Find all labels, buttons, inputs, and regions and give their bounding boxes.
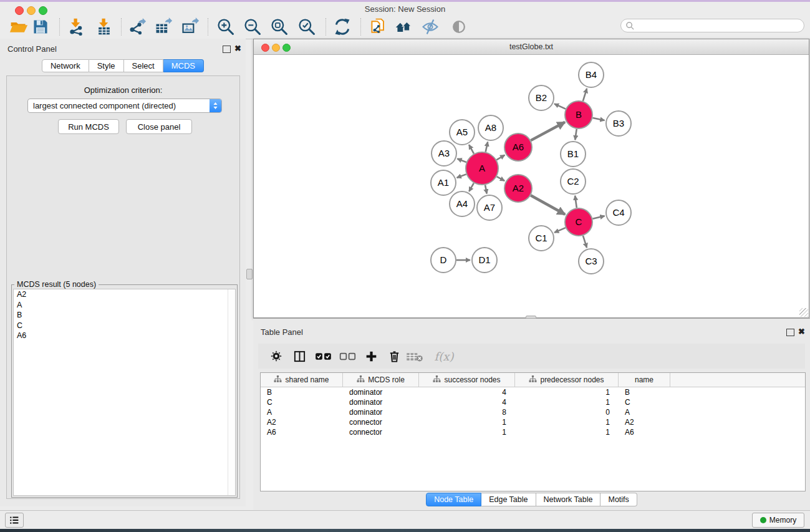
graph-edge-A-A7[interactable] (485, 185, 487, 194)
graph-edge-B-B3[interactable] (592, 118, 604, 120)
graph-edge-B-B4[interactable] (583, 89, 587, 101)
graph-edge-A-A6[interactable] (496, 155, 504, 160)
table-cell[interactable]: 0 (515, 408, 619, 417)
table-cell[interactable]: connector (343, 418, 419, 427)
mcds-result-item[interactable]: A (14, 300, 235, 311)
graph-edge-A-A8[interactable] (486, 142, 488, 152)
scrollbar-track[interactable] (228, 289, 235, 495)
graph-edge-A-A5[interactable] (469, 145, 474, 153)
hide-selected-button[interactable] (420, 17, 441, 37)
mcds-result-item[interactable]: C (14, 321, 235, 331)
graph-node-A[interactable]: A (466, 152, 498, 185)
table-cell[interactable]: 1 (515, 428, 619, 437)
graph-node-A8[interactable]: A8 (478, 115, 503, 140)
table-row[interactable]: Adominator80A (261, 407, 805, 417)
graph-edge-A6-B[interactable] (531, 122, 565, 140)
open-file-button[interactable] (8, 17, 29, 37)
graph-node-B4[interactable]: B4 (579, 62, 604, 87)
network-canvas[interactable]: AA1A2A3A4A5A6A7A8BB1B2B3B4CC1C2C3C4DD1 (254, 55, 809, 317)
graph-edge-C-C2[interactable] (575, 196, 577, 208)
table-cell[interactable]: 1 (515, 418, 619, 427)
float-panel-icon[interactable] (223, 46, 231, 53)
mcds-result-item[interactable]: A2 (14, 289, 235, 300)
graph-edge-C-C1[interactable] (554, 228, 566, 233)
zoom-fit-button[interactable] (269, 17, 290, 37)
select-all-button[interactable] (314, 347, 334, 365)
table-cell[interactable]: A2 (619, 418, 670, 427)
table-cell[interactable]: 8 (419, 408, 515, 417)
table-cell[interactable]: C (619, 398, 670, 407)
export-table-button[interactable] (153, 17, 174, 37)
graph-node-C1[interactable]: C1 (529, 226, 554, 251)
tab-network-table[interactable]: Network Table (536, 493, 601, 506)
new-network-from-selection-button[interactable] (368, 17, 389, 37)
graph-edge-B-B2[interactable] (554, 104, 566, 109)
tab-select[interactable]: Select (124, 59, 163, 72)
show-columns-button[interactable] (290, 347, 309, 365)
window-resize-grip[interactable] (799, 308, 808, 317)
optimization-criterion-select[interactable]: largest connected component (directed) (27, 99, 222, 113)
table-row[interactable]: Cdominator41C (261, 397, 805, 407)
task-history-button[interactable] (5, 513, 24, 528)
graph-node-D1[interactable]: D1 (472, 248, 497, 273)
graph-edge-C-C4[interactable] (592, 216, 604, 219)
graph-edge-A2-C[interactable] (531, 195, 565, 215)
table-cell[interactable]: A6 (619, 428, 670, 437)
delete-table-button[interactable] (405, 347, 425, 365)
graph-node-B[interactable]: B (565, 101, 592, 128)
graph-node-B2[interactable]: B2 (529, 85, 554, 110)
graph-node-A5[interactable]: A5 (450, 120, 475, 145)
table-cell[interactable]: 1 (515, 388, 619, 397)
table-row[interactable]: A2connector11A2 (261, 417, 805, 427)
tab-network[interactable]: Network (42, 59, 89, 72)
show-all-button[interactable] (448, 17, 470, 37)
column-header-MCDS-role[interactable]: MCDS role (343, 373, 419, 387)
graph-node-A1[interactable]: A1 (431, 170, 456, 195)
refresh-layout-button[interactable] (332, 17, 353, 37)
table-cell[interactable]: A (261, 408, 343, 417)
zoom-out-button[interactable] (242, 17, 263, 37)
graph-node-B1[interactable]: B1 (561, 142, 586, 167)
graph-node-C[interactable]: C (565, 208, 592, 236)
column-header-shared-name[interactable]: shared name (261, 373, 343, 387)
export-image-button[interactable] (180, 17, 201, 37)
mcds-result-item[interactable]: B (14, 310, 235, 321)
table-cell[interactable]: A2 (261, 418, 343, 427)
zoom-selected-button[interactable] (296, 17, 317, 37)
table-cell[interactable]: B (619, 388, 670, 397)
import-table-button[interactable] (94, 17, 115, 37)
deselect-all-button[interactable] (338, 347, 358, 365)
graph-node-B3[interactable]: B3 (606, 111, 631, 136)
graph-node-A2[interactable]: A2 (504, 175, 532, 202)
column-header-predecessor-nodes[interactable]: predecessor nodes (515, 373, 619, 387)
close-table-panel-icon[interactable]: ✖ (798, 327, 805, 336)
column-header-successor-nodes[interactable]: successor nodes (419, 373, 515, 387)
table-cell[interactable]: dominator (343, 408, 419, 417)
create-column-button[interactable] (362, 347, 380, 365)
zoom-in-button[interactable] (215, 17, 236, 37)
table-cell[interactable]: dominator (343, 388, 419, 397)
function-builder-button[interactable]: f(x) (432, 347, 456, 365)
first-neighbors-button[interactable] (393, 17, 415, 37)
graph-edge-A-A1[interactable] (457, 174, 466, 178)
graph-edge-B-B1[interactable] (575, 129, 576, 140)
graph-node-A3[interactable]: A3 (432, 141, 456, 166)
float-table-panel-icon[interactable] (786, 329, 794, 336)
graph-node-A7[interactable]: A7 (477, 195, 502, 220)
tab-edge-table[interactable]: Edge Table (481, 493, 536, 506)
table-cell[interactable]: A6 (261, 428, 343, 437)
splitter-grip-vertical[interactable] (246, 269, 253, 279)
graph-edge-A-A2[interactable] (497, 177, 504, 181)
graph-edge-C-C3[interactable] (583, 236, 587, 248)
table-row[interactable]: A6connector11A6 (261, 427, 805, 437)
mcds-result-list[interactable]: A2ABCA6 (13, 289, 236, 496)
close-panel-icon[interactable]: ✖ (234, 44, 241, 53)
delete-column-button[interactable] (385, 347, 403, 365)
mcds-result-item[interactable]: A6 (14, 331, 235, 341)
tab-node-table[interactable]: Node Table (426, 493, 481, 506)
column-header-name[interactable]: name (619, 373, 670, 387)
close-panel-button[interactable]: Close panel (126, 119, 192, 134)
graph-node-D[interactable]: D (431, 248, 456, 273)
graph-edge-A-A4[interactable] (469, 183, 474, 191)
run-mcds-button[interactable]: Run MCDS (58, 119, 119, 134)
